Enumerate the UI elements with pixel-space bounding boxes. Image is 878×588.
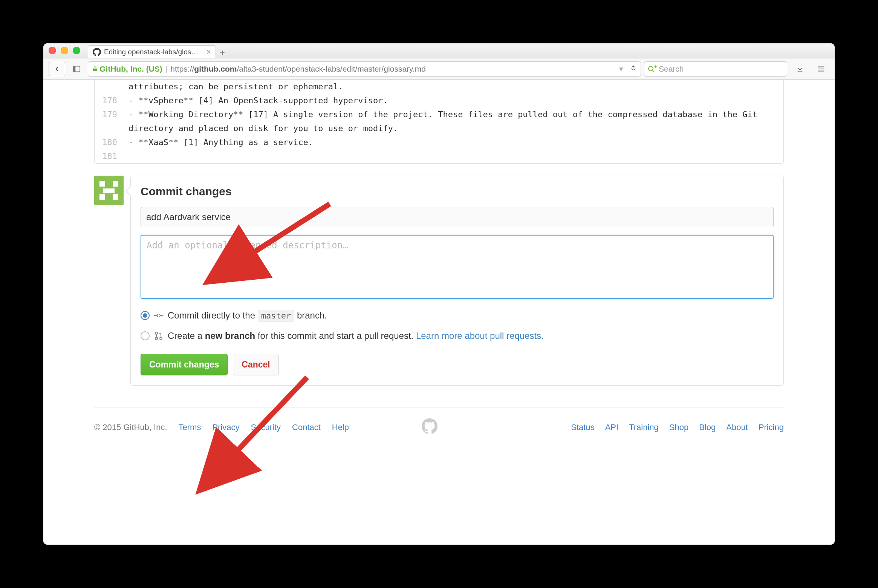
back-button[interactable] <box>49 62 65 76</box>
window-controls <box>49 47 80 58</box>
browser-toolbar: GitHub, Inc. (US) | https://github.com/a… <box>43 58 835 80</box>
search-engine-icon: + <box>648 65 656 73</box>
address-bar[interactable]: GitHub, Inc. (US) | https://github.com/a… <box>88 61 641 77</box>
footer-link[interactable]: Status <box>571 423 594 432</box>
close-window-button[interactable] <box>49 47 56 54</box>
commit-summary-input[interactable] <box>141 207 774 227</box>
divider <box>94 407 784 408</box>
minimize-window-button[interactable] <box>61 47 68 54</box>
reload-button[interactable] <box>630 64 637 74</box>
page-footer: © 2015 GitHub, Inc. Terms Privacy Securi… <box>94 418 784 436</box>
code-line: directory and placed on disk for you to … <box>121 121 402 135</box>
footer-right-links: Status API Training Shop Blog About Pric… <box>571 423 784 432</box>
identity-label: GitHub, Inc. (US) <box>99 64 162 74</box>
svg-point-10 <box>155 332 158 334</box>
cancel-button[interactable]: Cancel <box>233 354 278 375</box>
commit-section: Commit changes Commit directly to the ma… <box>94 176 784 386</box>
commit-changes-button[interactable]: Commit changes <box>141 354 228 375</box>
github-logo-icon[interactable] <box>422 418 437 436</box>
browser-search-box[interactable]: + Search <box>644 61 787 77</box>
code-editor[interactable]: attributes; can be persistent or ephemer… <box>94 80 784 164</box>
reader-mode-icon[interactable]: ▾ <box>619 64 623 74</box>
page-content: attributes; can be persistent or ephemer… <box>43 80 835 545</box>
footer-link[interactable]: Pricing <box>759 423 784 432</box>
code-line <box>121 149 132 163</box>
maximize-window-button[interactable] <box>73 47 80 54</box>
new-tab-button[interactable]: + <box>216 47 229 58</box>
search-placeholder: Search <box>659 64 684 74</box>
close-tab-icon[interactable]: × <box>206 48 211 56</box>
svg-rect-1 <box>73 66 75 72</box>
code-line: - **XaaS** [1] Anything as a service. <box>121 135 317 149</box>
footer-link[interactable]: Training <box>629 423 659 432</box>
code-line: - **Working Directory** [17] A single ve… <box>121 107 761 121</box>
commit-panel: Commit changes Commit directly to the ma… <box>130 176 784 386</box>
url-text: https://github.com/alta3-student/opensta… <box>170 64 426 74</box>
footer-link[interactable]: About <box>726 423 748 432</box>
sidebar-toggle-icon[interactable] <box>68 62 85 76</box>
footer-link[interactable]: Blog <box>699 423 716 432</box>
footer-link[interactable]: Terms <box>179 423 201 432</box>
titlebar: Editing openstack-labs/glos… × + <box>43 43 835 58</box>
commit-description-input[interactable] <box>141 235 774 299</box>
link-learn-pr[interactable]: Learn more about pull requests. <box>416 331 544 341</box>
radio-input-checked[interactable] <box>141 311 150 320</box>
tab-strip: Editing openstack-labs/glos… × + <box>88 43 229 58</box>
downloads-button[interactable] <box>792 62 808 76</box>
copyright: © 2015 GitHub, Inc. <box>94 423 167 432</box>
git-commit-icon <box>154 311 163 320</box>
radio-direct-label: Commit directly to the master branch. <box>168 310 327 321</box>
radio-new-branch[interactable]: Create a new branch for this commit and … <box>141 331 774 341</box>
code-line: - **vSphere** [4] An OpenStack-supported… <box>121 93 392 107</box>
svg-rect-3 <box>113 181 118 187</box>
footer-link[interactable]: Privacy <box>212 423 239 432</box>
browser-tab[interactable]: Editing openstack-labs/glos… × <box>88 45 216 58</box>
site-identity[interactable]: GitHub, Inc. (US) <box>92 64 162 74</box>
footer-link[interactable]: Security <box>251 423 281 432</box>
svg-point-7 <box>157 314 160 317</box>
radio-commit-direct[interactable]: Commit directly to the master branch. <box>141 310 774 321</box>
tab-title: Editing openstack-labs/glos… <box>104 48 203 56</box>
github-favicon-icon <box>93 48 101 56</box>
menu-button[interactable] <box>813 62 829 76</box>
radio-input[interactable] <box>141 331 150 340</box>
footer-link[interactable]: Help <box>332 423 349 432</box>
svg-rect-5 <box>99 194 105 200</box>
user-avatar[interactable] <box>94 176 124 205</box>
code-line: attributes; can be persistent or ephemer… <box>121 80 347 93</box>
footer-link[interactable]: Contact <box>292 423 321 432</box>
footer-link[interactable]: API <box>605 423 618 432</box>
radio-new-branch-label: Create a new branch for this commit and … <box>168 331 544 341</box>
git-pull-request-icon <box>154 331 163 340</box>
branch-chip: master <box>258 310 294 322</box>
svg-rect-6 <box>113 194 118 200</box>
commit-button-row: Commit changes Cancel <box>141 354 774 375</box>
svg-rect-4 <box>103 188 115 193</box>
svg-point-12 <box>160 337 162 340</box>
footer-link[interactable]: Shop <box>669 423 688 432</box>
commit-heading: Commit changes <box>141 185 774 198</box>
svg-rect-2 <box>99 181 105 187</box>
svg-point-11 <box>155 337 158 340</box>
browser-window: Editing openstack-labs/glos… × + GitHub,… <box>43 43 835 545</box>
